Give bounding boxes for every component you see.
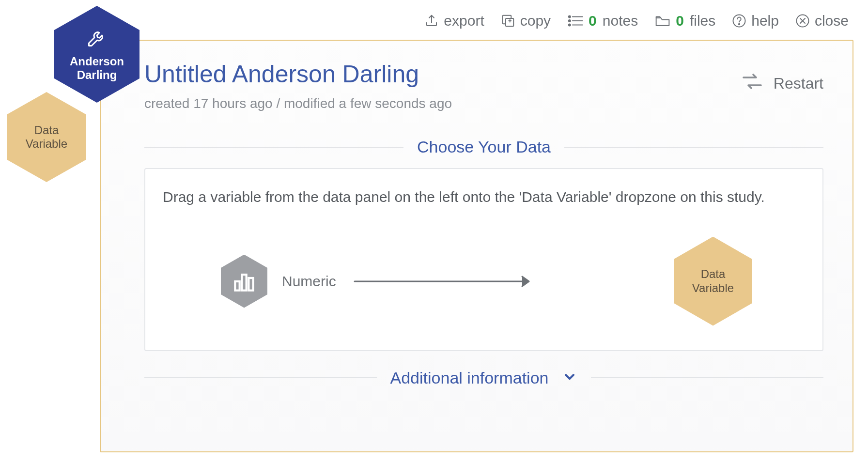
export-label: export <box>444 13 484 29</box>
files-label: files <box>690 13 715 29</box>
close-label: close <box>815 13 849 29</box>
choose-data-divider: Choose Your Data <box>144 138 823 156</box>
close-button[interactable]: close <box>795 13 849 29</box>
svg-point-9 <box>739 24 740 25</box>
help-label: help <box>751 13 779 29</box>
choose-data-card: Drag a variable from the data panel on t… <box>144 168 823 351</box>
dropzone-line2: Variable <box>692 281 734 295</box>
page-meta: created 17 hours ago / modified a few se… <box>144 96 823 111</box>
svg-point-3 <box>569 20 571 22</box>
export-button[interactable]: export <box>424 13 484 29</box>
flow-arrow-icon <box>354 276 657 287</box>
notes-label: notes <box>603 13 638 29</box>
svg-rect-11 <box>235 281 239 291</box>
chevron-down-icon <box>562 369 577 386</box>
divider-line <box>144 147 403 148</box>
study-type-line1: Anderson <box>70 55 124 68</box>
restart-button[interactable]: Restart <box>741 70 823 97</box>
data-variable-line1: Data <box>34 123 59 137</box>
help-button[interactable]: help <box>732 13 779 29</box>
additional-info-label: Additional information <box>390 369 549 387</box>
svg-point-2 <box>569 16 571 18</box>
svg-point-4 <box>569 24 571 26</box>
data-variable-line2: Variable <box>26 137 67 151</box>
export-icon <box>424 14 439 28</box>
wrench-icon <box>86 27 108 51</box>
numeric-variable-icon <box>221 255 267 308</box>
choose-data-label: Choose Your Data <box>417 138 551 156</box>
dropzone-line1: Data <box>692 267 734 281</box>
help-icon <box>732 14 746 28</box>
copy-label: copy <box>520 13 551 29</box>
restart-icon <box>741 70 764 97</box>
study-type-line2: Darling <box>77 68 117 82</box>
notes-icon <box>567 14 584 28</box>
files-count: 0 <box>676 13 684 29</box>
svg-rect-13 <box>248 278 253 291</box>
folder-icon <box>654 14 671 28</box>
divider-line <box>144 377 377 378</box>
study-panel: Untitled Anderson Darling created 17 hou… <box>100 40 853 452</box>
divider-line <box>564 147 823 148</box>
top-toolbar: export copy 0 notes 0 files help <box>424 13 849 29</box>
instruction-text: Drag a variable from the data panel on t… <box>163 186 805 208</box>
restart-label: Restart <box>774 75 823 93</box>
divider-line <box>591 377 823 378</box>
svg-rect-12 <box>242 275 246 291</box>
page-title: Untitled Anderson Darling <box>144 60 823 88</box>
data-variable-dropzone[interactable]: Data Variable <box>674 237 752 326</box>
additional-info-toggle[interactable]: Additional information <box>144 369 823 387</box>
copy-button[interactable]: copy <box>501 13 551 29</box>
source-variable: Numeric <box>221 255 336 308</box>
close-icon <box>795 14 810 28</box>
copy-icon <box>501 14 515 28</box>
notes-count: 0 <box>589 13 597 29</box>
source-variable-label: Numeric <box>282 273 336 290</box>
files-button[interactable]: 0 files <box>654 13 715 29</box>
notes-button[interactable]: 0 notes <box>567 13 638 29</box>
drag-flow: Numeric Data Variable <box>163 237 805 326</box>
data-variable-badge[interactable]: Data Variable <box>7 92 86 182</box>
